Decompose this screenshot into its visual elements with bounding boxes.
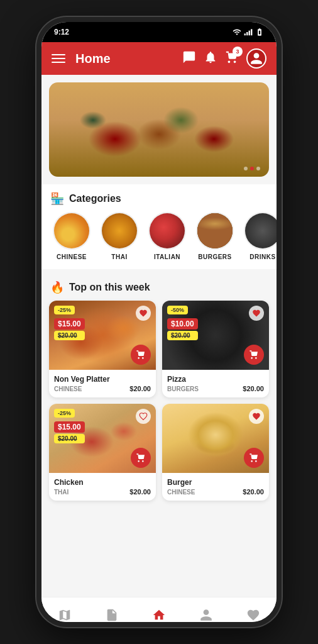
status-icons bbox=[233, 28, 264, 36]
food-meta-3: THAI $20.00 bbox=[54, 488, 151, 496]
top-nav: Home 3 bbox=[41, 42, 277, 75]
favorite-btn-4[interactable] bbox=[249, 409, 264, 424]
food-cat-3: THAI bbox=[54, 489, 69, 496]
categories-icon: 🏪 bbox=[50, 192, 64, 206]
category-drinks[interactable]: DRINKS bbox=[244, 212, 277, 260]
category-drinks-image bbox=[244, 212, 277, 250]
food-info-2: Pizza BURGERS $20.00 bbox=[162, 370, 269, 397]
svg-rect-3 bbox=[251, 29, 252, 35]
category-thai[interactable]: THAI bbox=[101, 212, 138, 260]
price-stack-2: $10.00 $20.00 bbox=[167, 318, 198, 340]
category-italian-label: ITALIAN bbox=[154, 253, 180, 260]
battery-icon bbox=[255, 28, 264, 36]
nav-orders[interactable] bbox=[105, 608, 119, 622]
category-chinese[interactable]: CHINESE bbox=[53, 212, 90, 260]
phone-frame: 9:12 Home 3 bbox=[36, 17, 282, 627]
add-to-cart-btn-1[interactable] bbox=[131, 345, 151, 365]
old-price-2: $20.00 bbox=[167, 331, 198, 340]
food-image-4 bbox=[162, 404, 269, 473]
nav-home[interactable] bbox=[152, 608, 166, 622]
nav-actions: 3 bbox=[182, 48, 266, 69]
add-to-cart-btn-3[interactable] bbox=[131, 448, 151, 468]
category-list: CHINESE THAI ITALIAN bbox=[50, 212, 268, 260]
category-italian-image bbox=[148, 212, 186, 250]
food-name-4: Burger bbox=[167, 478, 264, 487]
status-bar: 9:12 bbox=[41, 22, 277, 42]
hero-image bbox=[49, 82, 269, 177]
status-time: 9:12 bbox=[54, 28, 69, 36]
food-card-2[interactable]: -50% $10.00 $20.00 Pizza bbox=[162, 301, 269, 397]
favorite-btn-3[interactable] bbox=[136, 409, 151, 424]
profile-avatar[interactable] bbox=[246, 48, 266, 69]
categories-section: 🏪 Categories CHINESE THAI bbox=[41, 184, 277, 269]
food-name-1: Non Veg Platter bbox=[54, 375, 151, 384]
price-stack-3: $15.00 $20.00 bbox=[54, 421, 85, 443]
category-italian[interactable]: ITALIAN bbox=[148, 212, 186, 260]
category-burgers-label: BURGERS bbox=[198, 253, 232, 260]
notifications-button[interactable] bbox=[204, 50, 217, 67]
nav-favorites[interactable] bbox=[246, 608, 260, 622]
food-card-3[interactable]: -25% $15.00 $20.00 Chicken bbox=[49, 404, 156, 501]
nav-profile[interactable] bbox=[199, 608, 213, 622]
hero-dot-2[interactable] bbox=[250, 167, 254, 170]
category-burgers-image bbox=[196, 212, 234, 250]
food-image-2: -50% $10.00 $20.00 bbox=[162, 301, 269, 370]
chat-button[interactable] bbox=[182, 50, 196, 67]
food-meta-2: BURGERS $20.00 bbox=[167, 385, 264, 392]
favorite-btn-2[interactable] bbox=[249, 306, 264, 321]
add-to-cart-btn-2[interactable] bbox=[244, 345, 264, 365]
discount-badge-1: -25% bbox=[54, 306, 75, 314]
cart-badge: 3 bbox=[233, 47, 243, 57]
food-image-1: -25% $15.00 $20.00 bbox=[49, 301, 156, 370]
hero-banner[interactable] bbox=[49, 82, 269, 177]
top-header: 🔥 Top on this week bbox=[49, 274, 269, 301]
food-price-2: $20.00 bbox=[243, 385, 264, 392]
wifi-icon bbox=[233, 28, 241, 36]
food-meta-1: CHINESE $20.00 bbox=[54, 385, 151, 392]
food-price-1: $20.00 bbox=[129, 385, 151, 392]
menu-button[interactable] bbox=[52, 54, 65, 63]
food-cat-2: BURGERS bbox=[167, 386, 199, 392]
cart-button[interactable]: 3 bbox=[225, 50, 239, 67]
food-info-3: Chicken THAI $20.00 bbox=[49, 473, 156, 501]
food-price-4: $20.00 bbox=[243, 488, 264, 496]
food-image-3: -25% $15.00 $20.00 bbox=[49, 404, 156, 473]
old-price-3: $20.00 bbox=[54, 434, 85, 443]
food-cat-4: CHINESE bbox=[167, 489, 195, 496]
discount-badge-2: -50% bbox=[167, 306, 188, 314]
food-name-3: Chicken bbox=[54, 478, 151, 487]
category-thai-label: THAI bbox=[111, 253, 127, 260]
add-to-cart-btn-4[interactable] bbox=[244, 448, 264, 468]
price-stack-1: $15.00 $20.00 bbox=[54, 318, 85, 340]
food-card-4[interactable]: Burger CHINESE $20.00 bbox=[162, 404, 269, 501]
discount-badge-3: -25% bbox=[54, 409, 75, 418]
category-burgers[interactable]: BURGERS bbox=[196, 212, 234, 260]
categories-header: 🏪 Categories bbox=[50, 184, 268, 212]
category-chinese-label: CHINESE bbox=[57, 253, 87, 260]
svg-rect-2 bbox=[249, 31, 250, 36]
top-title: Top on this week bbox=[69, 282, 150, 293]
favorite-btn-1[interactable] bbox=[136, 306, 151, 321]
food-info-1: Non Veg Platter CHINESE $20.00 bbox=[49, 370, 156, 397]
nav-map[interactable] bbox=[58, 608, 72, 622]
food-price-3: $20.00 bbox=[129, 488, 151, 496]
food-info-4: Burger CHINESE $20.00 bbox=[162, 473, 269, 501]
current-price-3: $15.00 bbox=[54, 421, 85, 433]
food-meta-4: CHINESE $20.00 bbox=[167, 488, 264, 496]
category-thai-image bbox=[101, 212, 138, 250]
hero-dot-3[interactable] bbox=[256, 167, 260, 170]
category-drinks-label: DRINKS bbox=[249, 253, 275, 260]
bottom-nav bbox=[41, 597, 277, 627]
top-section: 🔥 Top on this week -25% $15.00 $20.00 bbox=[41, 274, 277, 508]
hero-dot-1[interactable] bbox=[244, 167, 248, 170]
food-grid: -25% $15.00 $20.00 Non Veg Pla bbox=[49, 301, 269, 501]
food-name-2: Pizza bbox=[167, 375, 264, 384]
current-price-2: $10.00 bbox=[167, 318, 198, 330]
old-price-1: $20.00 bbox=[54, 331, 85, 340]
food-cat-1: CHINESE bbox=[54, 386, 82, 392]
categories-title: Categories bbox=[69, 193, 121, 204]
food-card-1[interactable]: -25% $15.00 $20.00 Non Veg Pla bbox=[49, 301, 156, 397]
main-content: 🏪 Categories CHINESE THAI bbox=[41, 75, 277, 597]
category-chinese-image bbox=[53, 212, 90, 250]
fire-icon: 🔥 bbox=[50, 280, 64, 294]
